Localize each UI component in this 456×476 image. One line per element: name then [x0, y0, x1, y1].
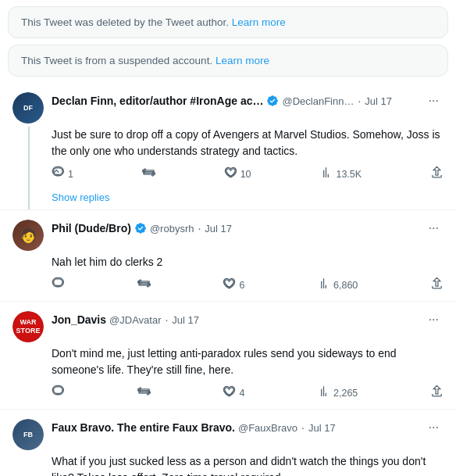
- avatar: DF: [12, 92, 44, 123]
- author-info: Faux Bravo. The entire Faux Bravo. @Faux…: [52, 421, 336, 434]
- tweet-date: Jul 17: [308, 422, 336, 434]
- like-button[interactable]: 6: [223, 277, 244, 293]
- like-count: 6: [239, 280, 244, 291]
- deleted-notice-text: This Tweet was deleted by the Tweet auth…: [21, 16, 229, 28]
- author-line: Jon_Davis @JDAvatar · Jul 17 ···: [52, 311, 444, 328]
- tweet-header: 🧑 Phil (Dude/Bro) @robysrh · Jul 17 ···: [12, 220, 444, 251]
- avatar-jon: WARSTORE: [12, 311, 44, 342]
- reply-icon: [52, 385, 65, 401]
- show-replies-button[interactable]: Show replies: [12, 187, 444, 209]
- reply-count: 1: [68, 169, 73, 180]
- tweet-body: Don't mind me, just letting anti-paradox…: [12, 345, 444, 378]
- deleted-notice-link[interactable]: Learn more: [232, 16, 286, 28]
- author-line: Faux Bravo. The entire Faux Bravo. @Faux…: [52, 419, 444, 436]
- retweet-icon: [142, 166, 155, 182]
- tweet-body: Nah let him do clerks 2: [12, 254, 444, 270]
- verified-icon: [266, 95, 279, 107]
- verified-icon: [134, 222, 147, 234]
- tweet-jon: WARSTORE Jon_Davis @JDAvatar · Jul 17 ··…: [0, 302, 456, 410]
- tweet-header: WARSTORE Jon_Davis @JDAvatar · Jul 17 ··…: [12, 311, 444, 342]
- author-info: Jon_Davis @JDAvatar · Jul 17: [52, 313, 199, 326]
- more-options-button[interactable]: ···: [424, 92, 444, 109]
- like-button[interactable]: 10: [224, 166, 251, 182]
- tweet-handle: @robysrh: [150, 223, 194, 234]
- like-icon: [223, 385, 236, 401]
- views-icon: [317, 385, 330, 401]
- share-icon: [430, 277, 444, 293]
- share-button[interactable]: [430, 277, 444, 293]
- thread-line: [28, 127, 30, 209]
- views-button[interactable]: 13.5K: [319, 166, 362, 182]
- like-button[interactable]: 4: [223, 385, 244, 401]
- avatar-phil: 🧑: [12, 220, 44, 251]
- share-button[interactable]: [430, 166, 444, 182]
- suspended-tweet-notice: This Tweet is from a suspended account. …: [8, 45, 448, 77]
- tweet-handle: @FauxBravo: [238, 422, 297, 434]
- tweet-meta: Faux Bravo. The entire Faux Bravo. @Faux…: [52, 419, 444, 436]
- retweet-icon: [137, 385, 151, 401]
- tweet-date: Jul 17: [172, 314, 199, 326]
- more-options-button[interactable]: ···: [424, 311, 444, 328]
- tweet-date: Jul 17: [205, 223, 232, 234]
- tweet-meta: Declan Finn, editor/author #IronAge ac… …: [52, 92, 444, 109]
- share-icon: [430, 166, 444, 182]
- suspended-notice-link[interactable]: Learn more: [216, 55, 269, 66]
- avatar-faux: FB: [12, 419, 44, 450]
- reply-button[interactable]: 1: [52, 166, 73, 182]
- avatar: 🧑: [12, 220, 44, 251]
- reply-icon: [52, 166, 65, 182]
- retweet-button[interactable]: [137, 385, 151, 401]
- separator: ·: [358, 95, 361, 107]
- share-icon: [430, 385, 444, 401]
- like-count: 10: [240, 169, 251, 180]
- more-options-button[interactable]: ···: [424, 419, 444, 436]
- author-name: Jon_Davis: [52, 313, 106, 326]
- tweet-faux: FB Faux Bravo. The entire Faux Bravo. @F…: [0, 410, 456, 476]
- tweet-actions: 4 2,265: [12, 378, 444, 406]
- deleted-tweet-notice: This Tweet was deleted by the Tweet auth…: [8, 6, 448, 38]
- reply-button[interactable]: [52, 277, 65, 293]
- views-icon: [317, 277, 330, 293]
- tweet-actions: 6 6,860: [12, 270, 444, 298]
- suspended-notice-text: This Tweet is from a suspended account.: [21, 55, 212, 66]
- avatar: WARSTORE: [12, 311, 44, 342]
- views-count: 2,265: [333, 388, 358, 399]
- reply-icon: [52, 277, 65, 293]
- tweet-actions: 1 10 13.5K: [12, 159, 444, 187]
- avatar-declan: DF: [12, 92, 44, 123]
- retweet-button[interactable]: [142, 166, 155, 182]
- author-line: Phil (Dude/Bro) @robysrh · Jul 17 ···: [52, 220, 444, 237]
- tweet-phil: 🧑 Phil (Dude/Bro) @robysrh · Jul 17 ··· …: [0, 210, 456, 302]
- avatar: FB: [12, 419, 44, 450]
- separator: ·: [198, 222, 201, 234]
- author-name: Phil (Dude/Bro): [52, 222, 131, 234]
- author-name: Faux Bravo. The entire Faux Bravo.: [52, 421, 235, 434]
- retweet-button[interactable]: [137, 277, 151, 293]
- tweet-date: Jul 17: [365, 95, 392, 107]
- tweet-handle: @JDAvatar: [109, 314, 161, 326]
- like-count: 4: [239, 388, 244, 399]
- author-name: Declan Finn, editor/author #IronAge ac…: [52, 95, 263, 107]
- share-button[interactable]: [430, 385, 444, 401]
- tweet-handle: @DeclanFinn…: [282, 95, 354, 107]
- retweet-icon: [137, 277, 151, 293]
- tweet-body: What if you just sucked less as a person…: [12, 453, 444, 476]
- tweet-meta: Jon_Davis @JDAvatar · Jul 17 ···: [52, 311, 444, 328]
- like-icon: [224, 166, 237, 182]
- more-options-button[interactable]: ···: [424, 220, 444, 237]
- views-count: 13.5K: [336, 169, 362, 180]
- tweet-meta: Phil (Dude/Bro) @robysrh · Jul 17 ···: [52, 220, 444, 237]
- separator: ·: [165, 313, 168, 326]
- author-line: Declan Finn, editor/author #IronAge ac… …: [52, 92, 444, 109]
- tweet-declan: DF Declan Finn, editor/author #IronAge a…: [0, 83, 456, 210]
- tweet-header: FB Faux Bravo. The entire Faux Bravo. @F…: [12, 419, 444, 450]
- views-button[interactable]: 6,860: [317, 277, 358, 293]
- tweet-body: Just be sure to drop off a copy of Aveng…: [12, 127, 444, 159]
- author-info: Declan Finn, editor/author #IronAge ac… …: [52, 95, 392, 107]
- views-button[interactable]: 2,265: [317, 385, 358, 401]
- author-info: Phil (Dude/Bro) @robysrh · Jul 17: [52, 222, 232, 234]
- separator: ·: [301, 421, 305, 434]
- views-icon: [319, 166, 333, 182]
- reply-button[interactable]: [52, 385, 65, 401]
- like-icon: [223, 277, 236, 293]
